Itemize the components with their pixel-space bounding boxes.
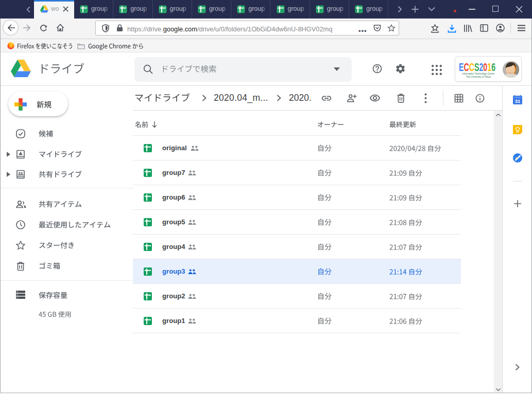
svg-text:31: 31: [515, 98, 521, 104]
